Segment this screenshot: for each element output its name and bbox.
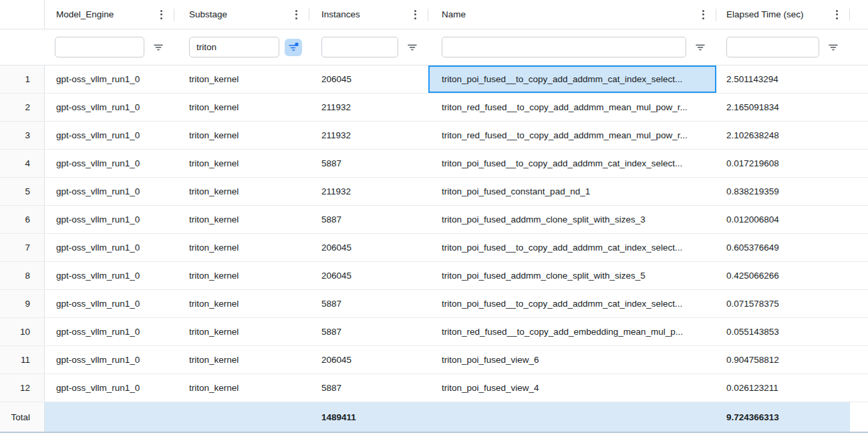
column-header-name[interactable]: Name <box>428 0 716 29</box>
table-row: 11 gpt-oss_vllm_run1_0 triton_kernel 206… <box>0 346 868 374</box>
cell-model-engine[interactable]: gpt-oss_vllm_run1_0 <box>45 178 174 205</box>
cell-text: 5887 <box>321 158 341 168</box>
cell-substage[interactable]: triton_kernel <box>174 374 309 402</box>
column-menu-icon[interactable] <box>412 7 418 22</box>
cell-elapsed-time[interactable]: 0.071578375 <box>716 290 850 317</box>
column-menu-icon[interactable] <box>700 7 706 22</box>
cell-model-engine[interactable]: gpt-oss_vllm_run1_0 <box>45 318 174 345</box>
cell-elapsed-time[interactable]: 0.425066266 <box>716 262 850 289</box>
substage-filter-input[interactable] <box>189 37 279 57</box>
cell-substage[interactable]: triton_kernel <box>174 262 309 289</box>
cell-name[interactable]: triton_poi_fused_view_6 <box>428 346 716 374</box>
cell-model-engine[interactable]: gpt-oss_vllm_run1_0 <box>45 150 174 177</box>
cell-instances[interactable]: 5887 <box>309 374 428 402</box>
cell-name[interactable]: triton_red_fused__to_copy_add_addmm_mean… <box>428 94 716 121</box>
cell-instances[interactable]: 206045 <box>309 346 428 374</box>
cell-instances[interactable]: 5887 <box>309 206 428 233</box>
cell-instances[interactable]: 211932 <box>309 94 428 121</box>
cell-elapsed-time[interactable]: 2.165091834 <box>716 94 850 121</box>
cell-elapsed-time[interactable]: 0.012006804 <box>716 206 850 233</box>
cell-elapsed-time[interactable]: 2.102638248 <box>716 122 850 149</box>
cell-text: triton_kernel <box>189 383 239 393</box>
table-row: 7 gpt-oss_vllm_run1_0 triton_kernel 2060… <box>0 234 868 262</box>
cell-name[interactable]: triton_poi_fused_view_4 <box>428 374 716 402</box>
cell-instances[interactable]: 211932 <box>309 122 428 149</box>
cell-instances[interactable]: 5887 <box>309 290 428 317</box>
cell-text: gpt-oss_vllm_run1_0 <box>56 243 140 253</box>
substage-filter-button[interactable] <box>285 39 302 56</box>
cell-substage[interactable]: triton_kernel <box>174 346 309 374</box>
cell-elapsed-time[interactable]: 0.017219608 <box>716 150 850 177</box>
cell-text: gpt-oss_vllm_run1_0 <box>56 327 140 337</box>
cell-model-engine[interactable]: gpt-oss_vllm_run1_0 <box>45 374 174 402</box>
cell-substage[interactable]: triton_kernel <box>174 234 309 261</box>
column-header-instances[interactable]: Instances <box>309 0 428 29</box>
cell-model-engine[interactable]: gpt-oss_vllm_run1_0 <box>45 234 174 261</box>
cell-model-engine[interactable]: gpt-oss_vllm_run1_0 <box>45 122 174 149</box>
cell-substage[interactable]: triton_kernel <box>174 150 309 177</box>
cell-model-engine[interactable]: gpt-oss_vllm_run1_0 <box>45 65 174 93</box>
model-engine-filter-button[interactable] <box>150 39 167 56</box>
cell-text: 0.904758812 <box>726 355 779 365</box>
column-menu-icon[interactable] <box>834 7 840 22</box>
row-number-cell: 4 <box>0 150 45 177</box>
cell-substage[interactable]: triton_kernel <box>174 318 309 345</box>
cell-text: triton_kernel <box>189 271 239 281</box>
model-engine-filter-input[interactable] <box>55 37 144 57</box>
cell-instances[interactable]: 5887 <box>309 318 428 345</box>
name-filter-input[interactable] <box>442 37 686 57</box>
cell-substage[interactable]: triton_kernel <box>174 94 309 121</box>
cell-elapsed-time[interactable]: 0.904758812 <box>716 346 850 374</box>
cell-substage[interactable]: triton_kernel <box>174 122 309 149</box>
cell-name[interactable]: triton_poi_fused_addmm_clone_split_with_… <box>428 206 716 233</box>
cell-elapsed-time[interactable]: 2.501143294 <box>716 65 850 93</box>
cell-text: 0.012006804 <box>726 214 779 225</box>
cell-elapsed-time[interactable]: 0.026123211 <box>716 374 850 402</box>
cell-text: gpt-oss_vllm_run1_0 <box>56 158 140 168</box>
cell-name[interactable]: triton_poi_fused_addmm_clone_split_with_… <box>428 262 716 289</box>
cell-model-engine[interactable]: gpt-oss_vllm_run1_0 <box>45 346 174 374</box>
cell-elapsed-time[interactable]: 0.055143853 <box>716 318 850 345</box>
column-header-elapsed-time[interactable]: Elapsed Time (sec) <box>716 0 850 29</box>
cell-substage[interactable]: triton_kernel <box>174 65 309 93</box>
cell-name[interactable]: triton_poi_fused__to_copy_add_addmm_cat_… <box>428 290 716 317</box>
cell-name[interactable]: triton_red_fused__to_copy_add_addmm_mean… <box>428 122 716 149</box>
cell-name[interactable]: triton_poi_fused__to_copy_add_addmm_cat_… <box>428 150 716 177</box>
cell-name[interactable]: triton_red_fused__to_copy_add_embedding_… <box>428 318 716 345</box>
column-label: Elapsed Time (sec) <box>726 9 804 19</box>
cell-text: 211932 <box>321 102 351 112</box>
cell-text: triton_kernel <box>189 327 239 337</box>
cell-text: 0.017219608 <box>726 158 779 168</box>
cell-instances[interactable]: 211932 <box>309 178 428 205</box>
instances-filter-input[interactable] <box>321 37 398 57</box>
cell-model-engine[interactable]: gpt-oss_vllm_run1_0 <box>45 290 174 317</box>
column-menu-icon[interactable] <box>293 7 299 22</box>
elapsed-time-filter-button[interactable] <box>825 39 842 56</box>
cell-instances[interactable]: 206045 <box>309 234 428 261</box>
total-elapsed-cell: 9.724366313 <box>716 402 850 432</box>
elapsed-time-filter-input[interactable] <box>726 37 819 57</box>
cell-model-engine[interactable]: gpt-oss_vllm_run1_0 <box>45 262 174 289</box>
cell-name[interactable]: triton_poi_fused__to_copy_add_addmm_cat_… <box>428 65 716 93</box>
cell-elapsed-time[interactable]: 0.605376649 <box>716 234 850 261</box>
cell-instances[interactable]: 206045 <box>309 262 428 289</box>
cell-substage[interactable]: triton_kernel <box>174 290 309 317</box>
cell-text: 206045 <box>321 243 351 253</box>
cell-instances[interactable]: 5887 <box>309 150 428 177</box>
cell-elapsed-time[interactable]: 0.838219359 <box>716 178 850 205</box>
row-number-cell: 1 <box>0 65 45 93</box>
cell-text: gpt-oss_vllm_run1_0 <box>56 383 140 393</box>
total-substage-cell <box>174 402 309 432</box>
instances-filter-button[interactable] <box>404 39 421 56</box>
cell-substage[interactable]: triton_kernel <box>174 178 309 205</box>
cell-substage[interactable]: triton_kernel <box>174 206 309 233</box>
cell-model-engine[interactable]: gpt-oss_vllm_run1_0 <box>45 206 174 233</box>
column-menu-icon[interactable] <box>158 7 164 22</box>
name-filter-button[interactable] <box>692 39 709 56</box>
cell-instances[interactable]: 206045 <box>309 65 428 93</box>
cell-name[interactable]: triton_poi_fused_constant_pad_nd_1 <box>428 178 716 205</box>
column-header-model-engine[interactable]: Model_Engine <box>45 0 174 29</box>
column-header-substage[interactable]: Substage <box>174 0 309 29</box>
cell-name[interactable]: triton_poi_fused__to_copy_add_addmm_cat_… <box>428 234 716 261</box>
cell-model-engine[interactable]: gpt-oss_vllm_run1_0 <box>45 94 174 121</box>
